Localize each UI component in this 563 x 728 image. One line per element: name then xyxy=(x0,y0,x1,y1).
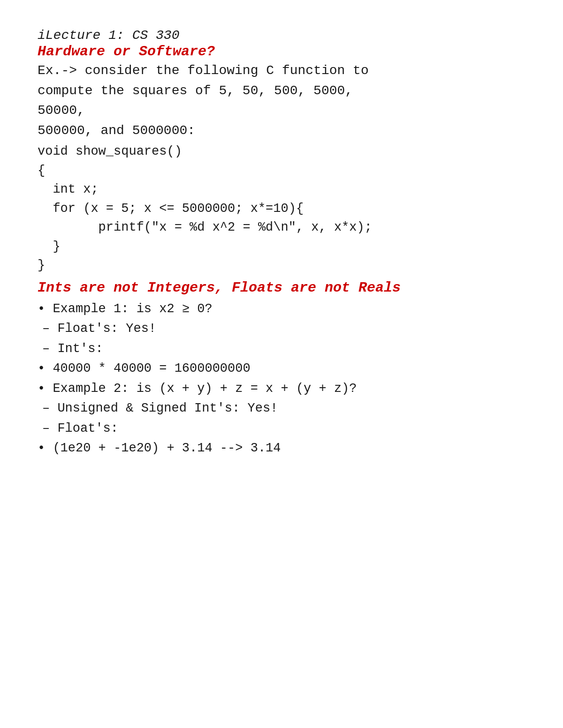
bullets-section: • Example 1: is x2 ≥ 0? – Float's: Yes! … xyxy=(38,300,525,458)
intro-line-1: Ex.-> consider the following C function … xyxy=(38,61,525,81)
bullet-item-3: • Example 2: is (x + y) + z = x + (y + z… xyxy=(38,379,525,398)
code-line-7: } xyxy=(38,256,525,275)
bullet-item-2: • 40000 * 40000 = 1600000000 xyxy=(38,359,525,378)
bullet-item-4: • (1e20 + -1e20) + 3.14 --> 3.14 xyxy=(38,439,525,458)
code-line-3: int x; xyxy=(38,180,525,199)
code-line-4: for (x = 5; x <= 5000000; x*=10){ xyxy=(38,199,525,218)
intro-line-4: 500000, and 5000000: xyxy=(38,121,525,141)
heading-ints-floats: Ints are not Integers, Floats are not Re… xyxy=(38,280,525,296)
intro-line-3: 50000, xyxy=(38,101,525,120)
code-line-5: printf("x = %d x^2 = %d\n", x, x*x); xyxy=(38,218,525,237)
code-line-1: void show_squares() xyxy=(38,142,525,161)
intro-line-2: compute the squares of 5, 50, 500, 5000, xyxy=(38,82,525,101)
main-content: iLecture 1: CS 330 Hardware or Software?… xyxy=(38,28,525,458)
code-block: void show_squares() { int x; for (x = 5;… xyxy=(38,142,525,275)
sub-item-4: – Float's: xyxy=(38,419,525,438)
sub-item-3: – Unsigned & Signed Int's: Yes! xyxy=(38,399,525,418)
lecture-title: iLecture 1: CS 330 xyxy=(38,28,525,43)
code-line-6: } xyxy=(38,237,525,256)
sub-item-2: – Int's: xyxy=(38,339,525,359)
code-line-2: { xyxy=(38,161,525,180)
bullet-item-1: • Example 1: is x2 ≥ 0? xyxy=(38,300,525,319)
sub-item-1: – Float's: Yes! xyxy=(38,319,525,338)
heading-hardware-software: Hardware or Software? xyxy=(38,44,525,60)
